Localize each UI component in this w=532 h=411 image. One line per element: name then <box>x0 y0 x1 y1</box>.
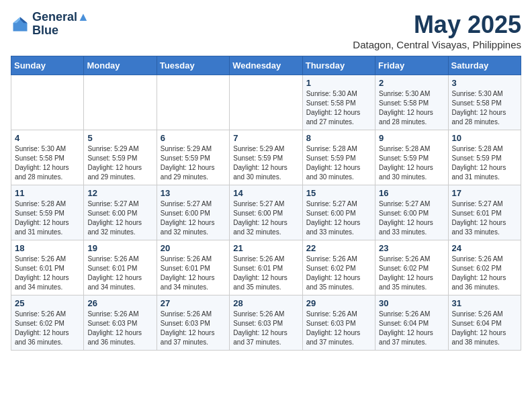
day-number: 20 <box>161 243 226 253</box>
day-info: Sunrise: 5:30 AMSunset: 5:58 PMDaylight:… <box>379 89 444 127</box>
day-info: Sunrise: 5:26 AMSunset: 6:03 PMDaylight:… <box>233 310 298 347</box>
calendar-cell <box>84 75 157 130</box>
day-info: Sunrise: 5:29 AMSunset: 5:59 PMDaylight:… <box>161 144 226 182</box>
day-info: Sunrise: 5:27 AMSunset: 6:01 PMDaylight:… <box>452 199 517 237</box>
calendar-cell: 2Sunrise: 5:30 AMSunset: 5:58 PMDaylight… <box>375 75 448 130</box>
calendar-cell: 8Sunrise: 5:28 AMSunset: 5:59 PMDaylight… <box>302 130 375 185</box>
day-number: 29 <box>306 298 371 308</box>
day-number: 15 <box>306 188 371 198</box>
day-number: 25 <box>15 298 80 308</box>
title-block: May 2025 Datagon, Central Visayas, Phili… <box>353 11 521 50</box>
calendar-header: SundayMondayTuesdayWednesdayThursdayFrid… <box>11 56 521 75</box>
day-header-tuesday: Tuesday <box>157 56 229 75</box>
calendar-table: SundayMondayTuesdayWednesdayThursdayFrid… <box>11 56 521 351</box>
day-number: 30 <box>379 298 444 308</box>
calendar-cell: 5Sunrise: 5:29 AMSunset: 5:59 PMDaylight… <box>84 130 157 185</box>
day-info: Sunrise: 5:26 AMSunset: 6:03 PMDaylight:… <box>161 310 226 347</box>
day-number: 23 <box>379 243 444 253</box>
calendar-cell: 23Sunrise: 5:26 AMSunset: 6:02 PMDayligh… <box>375 240 448 295</box>
calendar-week-2: 4Sunrise: 5:30 AMSunset: 5:58 PMDaylight… <box>11 130 521 185</box>
day-number: 14 <box>233 188 298 198</box>
day-info: Sunrise: 5:26 AMSunset: 6:01 PMDaylight:… <box>233 255 298 292</box>
day-number: 17 <box>452 188 517 198</box>
calendar-week-1: 1Sunrise: 5:30 AMSunset: 5:58 PMDaylight… <box>11 75 521 130</box>
calendar-cell: 30Sunrise: 5:26 AMSunset: 6:04 PMDayligh… <box>375 295 448 351</box>
day-info: Sunrise: 5:29 AMSunset: 5:59 PMDaylight:… <box>233 144 298 182</box>
day-header-monday: Monday <box>84 56 157 75</box>
location-title: Datagon, Central Visayas, Philippines <box>353 39 521 50</box>
calendar-cell: 24Sunrise: 5:26 AMSunset: 6:02 PMDayligh… <box>448 240 521 295</box>
day-number: 10 <box>452 133 517 143</box>
calendar-cell: 3Sunrise: 5:30 AMSunset: 5:58 PMDaylight… <box>448 75 521 130</box>
calendar-cell: 13Sunrise: 5:27 AMSunset: 6:00 PMDayligh… <box>157 185 229 240</box>
day-info: Sunrise: 5:26 AMSunset: 6:01 PMDaylight:… <box>161 255 226 292</box>
day-number: 16 <box>379 188 444 198</box>
day-number: 3 <box>452 78 517 88</box>
day-info: Sunrise: 5:26 AMSunset: 6:02 PMDaylight:… <box>15 310 80 347</box>
calendar-cell: 17Sunrise: 5:27 AMSunset: 6:01 PMDayligh… <box>448 185 521 240</box>
calendar-cell <box>157 75 229 130</box>
calendar-cell: 15Sunrise: 5:27 AMSunset: 6:00 PMDayligh… <box>302 185 375 240</box>
day-number: 28 <box>233 298 298 308</box>
day-info: Sunrise: 5:26 AMSunset: 6:03 PMDaylight:… <box>87 310 152 347</box>
day-number: 11 <box>15 188 80 198</box>
calendar-cell: 10Sunrise: 5:28 AMSunset: 5:59 PMDayligh… <box>448 130 521 185</box>
calendar-cell: 12Sunrise: 5:27 AMSunset: 6:00 PMDayligh… <box>84 185 157 240</box>
day-info: Sunrise: 5:28 AMSunset: 5:59 PMDaylight:… <box>379 144 444 182</box>
day-number: 1 <box>306 78 371 88</box>
calendar-cell: 9Sunrise: 5:28 AMSunset: 5:59 PMDaylight… <box>375 130 448 185</box>
calendar-cell: 25Sunrise: 5:26 AMSunset: 6:02 PMDayligh… <box>11 295 84 351</box>
calendar-week-3: 11Sunrise: 5:28 AMSunset: 5:59 PMDayligh… <box>11 185 521 240</box>
day-info: Sunrise: 5:27 AMSunset: 6:00 PMDaylight:… <box>379 199 444 237</box>
calendar-cell: 11Sunrise: 5:28 AMSunset: 5:59 PMDayligh… <box>11 185 84 240</box>
day-number: 7 <box>233 133 298 143</box>
calendar-cell: 4Sunrise: 5:30 AMSunset: 5:58 PMDaylight… <box>11 130 84 185</box>
day-info: Sunrise: 5:26 AMSunset: 6:02 PMDaylight:… <box>452 255 517 292</box>
logo: General▲ Blue <box>11 11 89 38</box>
day-info: Sunrise: 5:29 AMSunset: 5:59 PMDaylight:… <box>87 144 152 182</box>
day-number: 26 <box>87 298 152 308</box>
day-info: Sunrise: 5:26 AMSunset: 6:04 PMDaylight:… <box>379 310 444 347</box>
day-info: Sunrise: 5:26 AMSunset: 6:02 PMDaylight:… <box>306 255 371 292</box>
day-number: 27 <box>161 298 226 308</box>
day-info: Sunrise: 5:30 AMSunset: 5:58 PMDaylight:… <box>15 144 80 182</box>
day-number: 19 <box>87 243 152 253</box>
day-info: Sunrise: 5:26 AMSunset: 6:01 PMDaylight:… <box>87 255 152 292</box>
day-number: 9 <box>379 133 444 143</box>
calendar-cell: 22Sunrise: 5:26 AMSunset: 6:02 PMDayligh… <box>302 240 375 295</box>
calendar-week-4: 18Sunrise: 5:26 AMSunset: 6:01 PMDayligh… <box>11 240 521 295</box>
day-number: 13 <box>161 188 226 198</box>
day-number: 5 <box>87 133 152 143</box>
day-info: Sunrise: 5:26 AMSunset: 6:03 PMDaylight:… <box>306 310 371 347</box>
day-info: Sunrise: 5:28 AMSunset: 5:59 PMDaylight:… <box>15 199 80 237</box>
calendar-week-5: 25Sunrise: 5:26 AMSunset: 6:02 PMDayligh… <box>11 295 521 351</box>
day-info: Sunrise: 5:27 AMSunset: 6:00 PMDaylight:… <box>87 199 152 237</box>
calendar-cell: 1Sunrise: 5:30 AMSunset: 5:58 PMDaylight… <box>302 75 375 130</box>
day-number: 31 <box>452 298 517 308</box>
day-info: Sunrise: 5:27 AMSunset: 6:00 PMDaylight:… <box>233 199 298 237</box>
day-info: Sunrise: 5:27 AMSunset: 6:00 PMDaylight:… <box>306 199 371 237</box>
calendar-cell: 27Sunrise: 5:26 AMSunset: 6:03 PMDayligh… <box>157 295 229 351</box>
day-number: 22 <box>306 243 371 253</box>
calendar-cell: 26Sunrise: 5:26 AMSunset: 6:03 PMDayligh… <box>84 295 157 351</box>
calendar-cell: 20Sunrise: 5:26 AMSunset: 6:01 PMDayligh… <box>157 240 229 295</box>
calendar-cell: 7Sunrise: 5:29 AMSunset: 5:59 PMDaylight… <box>230 130 302 185</box>
page-header: General▲ Blue May 2025 Datagon, Central … <box>11 11 521 50</box>
day-info: Sunrise: 5:28 AMSunset: 5:59 PMDaylight:… <box>306 144 371 182</box>
day-info: Sunrise: 5:26 AMSunset: 6:04 PMDaylight:… <box>452 310 517 347</box>
calendar-cell: 6Sunrise: 5:29 AMSunset: 5:59 PMDaylight… <box>157 130 229 185</box>
day-header-sunday: Sunday <box>11 56 84 75</box>
day-info: Sunrise: 5:30 AMSunset: 5:58 PMDaylight:… <box>306 89 371 127</box>
calendar-cell: 29Sunrise: 5:26 AMSunset: 6:03 PMDayligh… <box>302 295 375 351</box>
logo-icon <box>11 15 30 34</box>
day-header-saturday: Saturday <box>448 56 521 75</box>
calendar-cell: 19Sunrise: 5:26 AMSunset: 6:01 PMDayligh… <box>84 240 157 295</box>
calendar-cell: 16Sunrise: 5:27 AMSunset: 6:00 PMDayligh… <box>375 185 448 240</box>
day-header-friday: Friday <box>375 56 448 75</box>
calendar-cell: 18Sunrise: 5:26 AMSunset: 6:01 PMDayligh… <box>11 240 84 295</box>
day-number: 21 <box>233 243 298 253</box>
day-info: Sunrise: 5:26 AMSunset: 6:01 PMDaylight:… <box>15 255 80 292</box>
month-title: May 2025 <box>353 11 521 39</box>
day-number: 6 <box>161 133 226 143</box>
day-number: 2 <box>379 78 444 88</box>
